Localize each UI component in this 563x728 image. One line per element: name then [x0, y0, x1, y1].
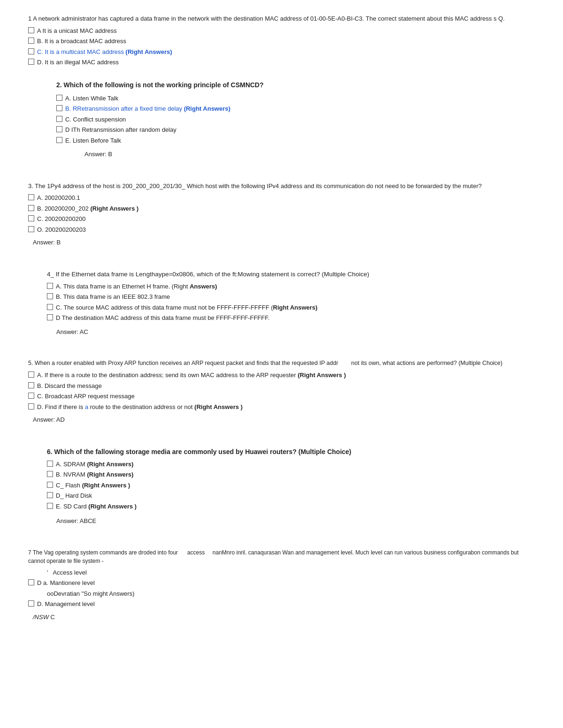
- q3-checkbox-c[interactable]: [28, 215, 34, 221]
- q6-checkbox-b[interactable]: [47, 471, 53, 477]
- q3-answer: Answer: B: [33, 238, 535, 247]
- q1-option-b: B. It is a broadcast MAC address: [28, 37, 535, 46]
- q7-indent: ' Access level: [47, 568, 535, 577]
- q1-option-d: D. It is an illegal MAC address: [28, 58, 535, 67]
- q4-checkbox-c[interactable]: [47, 304, 53, 310]
- q5-checkbox-a[interactable]: [28, 372, 34, 378]
- q7-text: 7 The Vag operating system commands are …: [28, 548, 535, 565]
- q7-checkbox-d[interactable]: [28, 600, 34, 607]
- q4-checkbox-d[interactable]: [47, 314, 53, 320]
- question-3: 3. The 1Py4 address of the host is 200_2…: [28, 182, 535, 247]
- q2-checkbox-d[interactable]: [56, 126, 62, 132]
- q2-checkbox-b[interactable]: [56, 105, 62, 111]
- q6-option-c: C_ Flash (Right Answers ): [47, 481, 535, 490]
- q3-checkbox-d[interactable]: [28, 226, 34, 232]
- q6-checkbox-d[interactable]: [47, 492, 53, 498]
- q6-checkbox-a[interactable]: [47, 461, 53, 467]
- question-6: 6. Which of the fallowing storage media …: [47, 447, 535, 526]
- q6-option-d: D_ Hard Disk: [47, 491, 535, 500]
- q7-option-da: D a. Mantionere level: [28, 578, 535, 588]
- q6-option-b: B. NVRAM (Right Answers): [47, 470, 535, 479]
- q2-checkbox-c[interactable]: [56, 116, 62, 122]
- q2-option-c: C. Conflict suspension: [56, 115, 535, 124]
- q6-checkbox-e[interactable]: [47, 503, 53, 509]
- q1-checkbox-a[interactable]: [28, 27, 34, 33]
- q6-text: 6. Which of the fallowing storage media …: [47, 447, 535, 457]
- q3-option-a: A. 200200200.1: [28, 193, 535, 203]
- question-2: 2. Which of the following is not the wor…: [56, 80, 535, 159]
- q2-answer: Answer: B: [84, 150, 535, 159]
- q7-checkbox-da[interactable]: [28, 579, 34, 585]
- q5-option-d: D. Find if there is a route to the desti…: [28, 402, 535, 412]
- q5-text: 5. When a router enabled with Proxy ARP …: [28, 359, 535, 368]
- q4-checkbox-a[interactable]: [47, 283, 53, 289]
- q5-option-b: B. Discard the message: [28, 381, 535, 391]
- q1-checkbox-b[interactable]: [28, 38, 34, 44]
- q4-option-c: C. The source MAC address of this data f…: [47, 303, 535, 312]
- q7-answer: /NSW C: [33, 613, 535, 622]
- q4-option-d: D The destination MAC address of this da…: [47, 313, 535, 323]
- q3-option-d: O. 200200200203: [28, 225, 535, 235]
- q1-checkbox-d[interactable]: [28, 59, 34, 65]
- q1-checkbox-c[interactable]: [28, 48, 34, 54]
- q3-checkbox-a[interactable]: [28, 194, 34, 200]
- question-5: 5. When a router enabled with Proxy ARP …: [28, 359, 535, 424]
- q7-option-c: ooDevratian "So might Answers): [47, 589, 535, 599]
- q2-option-b: B. RRetransmission after a fixed time de…: [56, 104, 535, 114]
- question-1: 1 A network administrator has captured a…: [28, 14, 535, 67]
- q6-answer: Answer: ABCE: [56, 516, 535, 526]
- q3-checkbox-b[interactable]: [28, 205, 34, 211]
- q2-option-e: E. Listen Before Talk: [56, 136, 535, 145]
- q4-text: 4_ If the Ethernet data frame is Lengtha…: [47, 270, 535, 279]
- q2-checkbox-e[interactable]: [56, 137, 62, 143]
- q7-option-d: D. Management level: [28, 599, 535, 609]
- q2-text: 2. Which of the following is not the wor…: [56, 80, 535, 90]
- q6-option-a: A. SDRAM (Right Answers): [47, 460, 535, 469]
- q5-answer: Answer: AD: [33, 415, 535, 425]
- q4-option-b: B. This data frame is an IEEE 802.3 fram…: [47, 292, 535, 302]
- q2-checkbox-a[interactable]: [56, 95, 62, 101]
- question-7: 7 The Vag operating system commands are …: [28, 548, 535, 622]
- q6-checkbox-c[interactable]: [47, 482, 53, 488]
- q3-text: 3. The 1Py4 address of the host is 200_2…: [28, 182, 535, 191]
- q5-checkbox-b[interactable]: [28, 382, 34, 388]
- q1-option-c: C. It is a multicast MAC address (Right …: [28, 47, 535, 57]
- q5-checkbox-d[interactable]: [28, 403, 34, 410]
- question-4: 4_ If the Ethernet data frame is Lengtha…: [47, 270, 535, 337]
- q2-option-a: A. Listen While Talk: [56, 94, 535, 103]
- q2-option-d: D ITh Retransmission after random delay: [56, 125, 535, 135]
- q6-option-e: E. SD Card (Right Answers ): [47, 502, 535, 511]
- q4-checkbox-b[interactable]: [47, 293, 53, 299]
- q1-text: 1 A network administrator has captured a…: [28, 14, 535, 23]
- q5-checkbox-c[interactable]: [28, 393, 34, 399]
- q1-option-a: A It is a unicast MAC address: [28, 26, 535, 36]
- q3-option-c: C. 200200200200: [28, 214, 535, 224]
- q5-option-c: C. Broadcast ARP request message: [28, 392, 535, 401]
- q3-option-b: B. 200200200_202 (Right Answers ): [28, 204, 535, 213]
- q4-answer: Answer: AC: [56, 327, 535, 337]
- q4-option-a: A. This data frame is an Ethernet H fram…: [47, 282, 535, 291]
- q5-option-a: A. If there is a route to the destinatio…: [28, 371, 535, 380]
